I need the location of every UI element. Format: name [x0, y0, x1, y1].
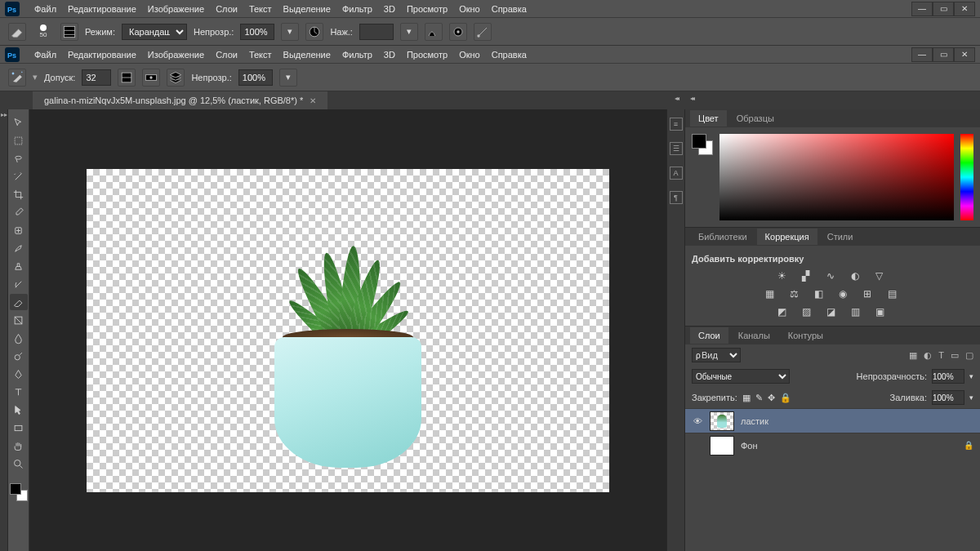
- filter-type-icon[interactable]: T: [938, 350, 944, 361]
- healing-brush-tool[interactable]: [10, 222, 28, 238]
- menu-window[interactable]: Окно: [459, 50, 480, 60]
- opacity-dropdown-icon[interactable]: ▾: [281, 23, 299, 41]
- magic-wand-tool[interactable]: [10, 168, 28, 184]
- menu-image[interactable]: Изображение: [148, 4, 204, 14]
- lock-position-icon[interactable]: ✥: [768, 393, 775, 403]
- menu-text[interactable]: Текст: [249, 4, 272, 14]
- flow-input[interactable]: [359, 24, 394, 40]
- menu-filter[interactable]: Фильтр: [342, 50, 372, 60]
- filter-smart-icon[interactable]: ▢: [965, 350, 973, 361]
- window-minimize-button[interactable]: —: [911, 2, 933, 16]
- hue-slider[interactable]: [960, 134, 973, 220]
- tablet-pen-icon[interactable]: [474, 23, 492, 41]
- path-selection-tool[interactable]: [10, 402, 28, 418]
- lasso-tool[interactable]: [10, 150, 28, 167]
- window-close-button[interactable]: ✕: [954, 2, 975, 16]
- tab-adjustments[interactable]: Коррекция: [757, 229, 817, 245]
- eraser-tool-icon[interactable]: [8, 23, 26, 41]
- menu-3d[interactable]: 3D: [384, 50, 395, 60]
- layer-opacity-input[interactable]: [932, 369, 964, 384]
- menu-select[interactable]: Выделение: [283, 4, 331, 14]
- menu-file[interactable]: Файл: [34, 50, 56, 60]
- paragraph-panel-icon[interactable]: ¶: [670, 191, 683, 204]
- menu-edit[interactable]: Редактирование: [68, 4, 136, 14]
- close-tab-icon[interactable]: ✕: [310, 96, 316, 105]
- posterize-adjust-icon[interactable]: ▨: [802, 306, 815, 318]
- dodge-tool[interactable]: [10, 348, 28, 364]
- lock-all-icon[interactable]: 🔒: [780, 393, 791, 403]
- opacity-dropdown-icon[interactable]: ▾: [279, 69, 297, 87]
- window-close-button[interactable]: ✕: [954, 47, 975, 62]
- levels-adjust-icon[interactable]: ▞: [802, 270, 815, 282]
- character-panel-icon[interactable]: A: [670, 167, 683, 180]
- brush-panel-toggle-icon[interactable]: [60, 23, 78, 41]
- tab-styles[interactable]: Стили: [819, 229, 862, 245]
- tab-color[interactable]: Цвет: [690, 110, 727, 127]
- filter-shape-icon[interactable]: ▭: [951, 350, 959, 361]
- rectangle-tool[interactable]: [10, 420, 28, 436]
- filter-pixel-icon[interactable]: ▦: [909, 350, 917, 361]
- clone-stamp-tool[interactable]: [10, 258, 28, 274]
- layer-thumbnail[interactable]: [710, 411, 734, 431]
- mode-select[interactable]: Карандаш: [122, 24, 187, 40]
- vibrance-adjust-icon[interactable]: ▽: [875, 270, 889, 282]
- eraser-tool[interactable]: [10, 294, 28, 310]
- selective-color-adjust-icon[interactable]: ▣: [875, 306, 889, 318]
- airbrush-icon[interactable]: [425, 23, 443, 41]
- window-maximize-button[interactable]: ▭: [933, 47, 954, 62]
- color-lookup-adjust-icon[interactable]: ▤: [888, 288, 901, 300]
- document-tab[interactable]: galina-n-miziNqvJx5M-unsplash.jpg @ 12,5…: [33, 91, 327, 109]
- opacity-input-1[interactable]: [240, 24, 274, 40]
- layer-name[interactable]: Фон: [741, 441, 758, 451]
- color-balance-adjust-icon[interactable]: ⚖: [790, 288, 803, 300]
- marquee-tool[interactable]: [10, 132, 28, 149]
- properties-panel-icon[interactable]: ☰: [670, 142, 683, 155]
- layer-row[interactable]: Фон🔒: [685, 433, 980, 457]
- flow-dropdown-icon[interactable]: ▾: [400, 23, 418, 41]
- crop-tool[interactable]: [10, 186, 28, 202]
- move-tool[interactable]: [10, 114, 28, 131]
- layer-filter-kind[interactable]: ρ: [692, 348, 741, 362]
- menu-3d[interactable]: 3D: [384, 4, 395, 14]
- filter-adjust-icon[interactable]: ◐: [924, 350, 932, 361]
- tolerance-input[interactable]: [82, 69, 111, 86]
- tab-swatches[interactable]: Образцы: [728, 110, 782, 127]
- gradient-tool[interactable]: [10, 312, 28, 328]
- menu-select[interactable]: Выделение: [283, 50, 331, 60]
- blend-mode-select[interactable]: Обычные: [692, 369, 790, 384]
- document-canvas[interactable]: [87, 169, 609, 492]
- hand-tool[interactable]: [10, 438, 28, 454]
- curves-adjust-icon[interactable]: ∿: [826, 270, 840, 282]
- contiguous-icon[interactable]: [142, 69, 160, 87]
- menu-edit[interactable]: Редактирование: [68, 50, 136, 60]
- menu-file[interactable]: Файл: [34, 4, 56, 14]
- menu-layers[interactable]: Слои: [216, 4, 238, 14]
- lock-transparent-icon[interactable]: ▦: [742, 393, 751, 403]
- collapse-arrows-icon[interactable]: ◂◂: [675, 95, 678, 102]
- gradient-map-adjust-icon[interactable]: ▥: [851, 306, 864, 318]
- bw-adjust-icon[interactable]: ◧: [814, 288, 827, 300]
- fill-input[interactable]: [932, 390, 964, 405]
- menu-image[interactable]: Изображение: [148, 50, 204, 60]
- menu-text[interactable]: Текст: [249, 50, 272, 60]
- history-brush-tool[interactable]: [10, 276, 28, 292]
- zoom-tool[interactable]: [10, 455, 28, 472]
- layer-thumbnail[interactable]: [710, 436, 734, 455]
- photo-filter-adjust-icon[interactable]: ◉: [839, 288, 852, 300]
- visibility-toggle-icon[interactable]: 👁: [692, 415, 703, 427]
- antialias-icon[interactable]: [118, 69, 136, 87]
- menu-filter[interactable]: Фильтр: [342, 4, 372, 14]
- menu-layers[interactable]: Слои: [216, 50, 238, 60]
- menu-window[interactable]: Окно: [459, 4, 480, 14]
- lock-pixels-icon[interactable]: ✎: [755, 393, 763, 403]
- tab-channels[interactable]: Каналы: [730, 327, 778, 344]
- menu-help[interactable]: Справка: [492, 50, 527, 60]
- collapse-arrows-icon[interactable]: ◂◂: [690, 95, 693, 102]
- eyedropper-tool[interactable]: [10, 204, 28, 220]
- pen-tool[interactable]: [10, 366, 28, 382]
- window-minimize-button[interactable]: —: [911, 47, 933, 62]
- canvas-viewport[interactable]: [29, 109, 666, 551]
- menu-view[interactable]: Просмотр: [407, 4, 448, 14]
- tab-paths[interactable]: Контуры: [780, 327, 831, 344]
- opacity-input-2[interactable]: [238, 69, 273, 86]
